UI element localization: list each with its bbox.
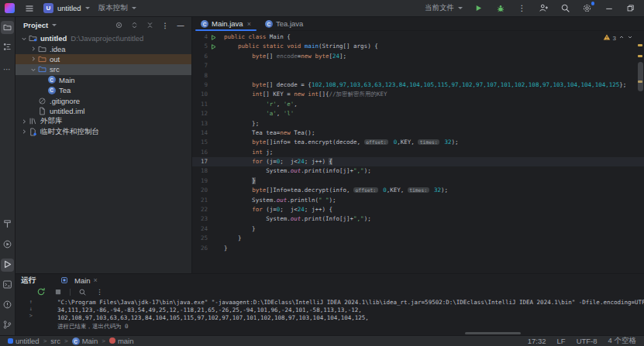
code-line[interactable]: 10 int[] KEY = new int[]{//加密解密所用的KEY [192, 90, 644, 99]
tree-item-Tea[interactable]: CTea [15, 85, 191, 95]
chevron-right-icon[interactable] [20, 118, 28, 125]
stop-button[interactable] [53, 287, 63, 297]
code-line[interactable]: 24 } [192, 224, 644, 234]
console-prompt-icon[interactable]: > [29, 313, 33, 319]
run-button[interactable] [473, 2, 484, 14]
prev-problem-icon[interactable] [618, 34, 625, 42]
stripe-item-terminal[interactable] [1, 279, 14, 292]
tree-item-Main[interactable]: CMain [15, 75, 191, 85]
vcs-widget[interactable]: 版本控制 [98, 3, 136, 13]
status-line-separator[interactable]: LF [557, 337, 566, 345]
code-line[interactable]: 18 System.out.print(info[j]+","); [192, 166, 644, 176]
code-line[interactable]: 25 } [192, 234, 644, 243]
warning-stripe-mark[interactable] [638, 44, 642, 46]
editor-scrollbar[interactable] [636, 31, 644, 273]
more-button[interactable]: ⋮ [95, 287, 105, 297]
stripe-item-structure[interactable] [1, 41, 14, 54]
tree-item-out[interactable]: out [15, 54, 191, 64]
run-line-icon[interactable] [208, 33, 219, 42]
code-line[interactable]: 19 } [192, 176, 644, 186]
breadcrumb-item-src[interactable]: src [50, 337, 60, 345]
chevron-right-icon[interactable] [29, 46, 37, 52]
settings-button[interactable] [581, 2, 593, 14]
chevron-right-icon[interactable] [20, 128, 28, 135]
expand-button[interactable] [129, 21, 139, 30]
code-line[interactable]: 20 byte[]Info=tea.decrypt(info, offset: … [192, 186, 644, 195]
code-token: 24 [332, 53, 339, 60]
find-button[interactable] [77, 287, 88, 297]
locate-button[interactable] [114, 21, 123, 30]
inspections-widget[interactable]: 3 [603, 33, 633, 43]
collab-button[interactable] [538, 2, 549, 14]
console-up-icon[interactable]: ↑ [29, 299, 33, 305]
stripe-item-project[interactable] [1, 21, 14, 34]
tree-item-src[interactable]: src [15, 64, 191, 74]
search-button[interactable] [560, 2, 571, 14]
code-line[interactable]: 13 }; [192, 119, 644, 128]
code-line[interactable]: 9 byte[] decode = {102,108,97,103,63,63,… [192, 81, 644, 90]
run-config-widget[interactable]: 当前文件 [425, 3, 463, 13]
code-line[interactable]: 8 [192, 71, 644, 81]
tree-item-.idea[interactable]: .idea [15, 43, 191, 53]
code-line[interactable]: 16 int j; [192, 148, 644, 157]
tree-item-untitled.iml[interactable]: untitled.iml [15, 106, 191, 116]
stripe-item-services[interactable] [1, 238, 14, 252]
editor-tab-Main.java[interactable]: CMain.java× [194, 17, 258, 30]
tree-item-untitled[interactable]: untitledD:\Javaproject\untitled [15, 33, 191, 43]
status-encoding[interactable]: UTF-8 [577, 337, 598, 345]
hide-button[interactable]: — [176, 21, 185, 30]
tree-item-.gitignore[interactable]: .gitignore [15, 95, 191, 105]
code-line[interactable]: 4public class Main { [192, 33, 644, 42]
code-line[interactable]: 21 System.out.println(" "); [192, 196, 644, 205]
stripe-item-problems[interactable] [1, 299, 14, 312]
next-problem-icon[interactable] [627, 34, 633, 42]
run-tab-main[interactable]: Main × [59, 276, 98, 285]
console-output[interactable]: "C:\Program Files\Java\jdk-17\bin\java.e… [36, 299, 644, 331]
breadcrumb-item-Main[interactable]: CMain [72, 337, 98, 346]
console-hscrollbar-thumb[interactable] [465, 332, 521, 334]
collapse-button[interactable] [145, 21, 154, 30]
code-editor[interactable]: 4public class Main {5 public static void… [192, 31, 644, 273]
project-panel-title[interactable]: Project [23, 21, 48, 29]
code-line[interactable]: 14 Tea tea=new Tea(); [192, 128, 644, 138]
code-line[interactable]: 5 public static void main(String[] args)… [192, 42, 644, 51]
chevron-right-icon[interactable] [29, 56, 37, 62]
code-line[interactable]: 26} [192, 244, 644, 253]
main-menu-icon[interactable] [23, 2, 35, 14]
code-line[interactable]: 15 byte[]info= tea.encrypt(decode, offse… [192, 138, 644, 147]
stripe-item-run[interactable] [1, 259, 14, 272]
scrollbar-thumb[interactable] [638, 62, 643, 91]
console-down-icon[interactable]: ↓ [29, 306, 33, 312]
warning-stripe-mark[interactable] [638, 55, 642, 57]
code-line[interactable]: 23 System.out.print(Info[j]+","); [192, 214, 644, 224]
chevron-down-icon[interactable] [20, 36, 28, 42]
stripe-item-more-tools[interactable]: ⋯ [1, 61, 14, 74]
editor-tab-Tea.java[interactable]: CTea.java [258, 17, 310, 30]
stripe-item-git[interactable] [1, 319, 14, 332]
project-widget[interactable]: U untitled [43, 3, 90, 13]
status-caret-position[interactable]: 17:32 [528, 337, 546, 345]
stripe-item-build[interactable] [1, 218, 14, 231]
code-line[interactable]: 17 for (j=0; j<24; j++) { [192, 157, 644, 166]
more-button[interactable]: ⋮ [160, 21, 170, 30]
breadcrumb-item-main[interactable]: main [109, 337, 134, 345]
debug-button[interactable] [494, 2, 506, 14]
breadcrumb-item-untitled[interactable]: untitled [8, 337, 40, 345]
restore-button[interactable] [625, 2, 636, 14]
chevron-down-icon[interactable] [29, 67, 37, 73]
more-actions-button[interactable]: ⋮ [516, 2, 528, 14]
code-line[interactable]: 22 for (j=0; j<24; j++) { [192, 205, 644, 214]
tree-item-外部库[interactable]: 外部库 [15, 116, 191, 126]
code-line[interactable]: 11 'r', 'e', [192, 100, 644, 109]
run-line-icon[interactable] [208, 42, 219, 51]
status-indent[interactable]: 4 个空格 [608, 336, 636, 346]
code-line[interactable]: 12 'a', 'l' [192, 109, 644, 118]
warning-icon [603, 33, 611, 43]
minimize-button[interactable] [603, 2, 615, 14]
tree-item-临时文件和控制台[interactable]: 临时文件和控制台 [15, 127, 191, 137]
close-icon[interactable]: × [94, 276, 98, 284]
rerun-button[interactable] [36, 287, 46, 297]
code-line[interactable]: 7 [192, 61, 644, 70]
code-line[interactable]: 6 byte[] encode=new byte[24]; [192, 52, 644, 61]
close-icon[interactable]: × [247, 20, 251, 28]
